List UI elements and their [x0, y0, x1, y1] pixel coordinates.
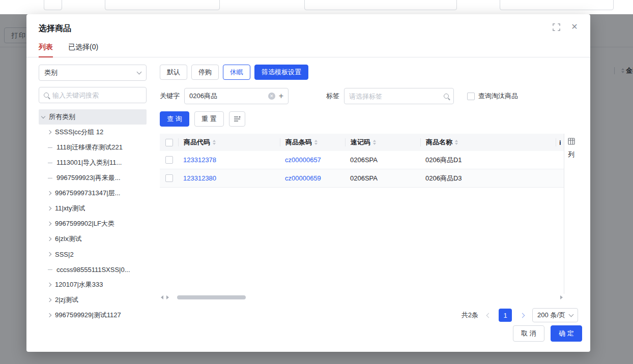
- bg-form-field-3[interactable]: [500, 0, 614, 10]
- tree-item[interactable]: SSS|2: [39, 247, 147, 262]
- tree-item[interactable]: 9967599923|再来最...: [39, 170, 147, 186]
- bg-form-field-2[interactable]: [304, 0, 457, 10]
- product-code-link[interactable]: 123312380: [183, 174, 216, 182]
- table-row[interactable]: 123312378 cz00000657 0206SPA 0206商品D1: [160, 151, 564, 169]
- confirm-button[interactable]: 确 定: [551, 325, 582, 342]
- prev-page-icon[interactable]: [483, 309, 494, 322]
- chevron-right-icon[interactable]: [47, 206, 51, 210]
- fullscreen-icon[interactable]: [552, 22, 561, 32]
- category-sidebar: 类别 所有类别 SSSS|cc分组 12: [39, 65, 147, 322]
- obsolete-checkbox-wrap: 查询淘汰商品: [467, 92, 518, 101]
- tag-input[interactable]: [349, 93, 440, 100]
- col-header-mnemonic[interactable]: 速记码: [345, 138, 420, 146]
- scrollbar-thumb[interactable]: [177, 295, 246, 299]
- close-icon[interactable]: ✕: [570, 22, 579, 32]
- tree-item-label: 120107|水果333: [55, 280, 103, 289]
- tree-item[interactable]: SSSS|cc分组 12: [39, 125, 147, 140]
- table-row[interactable]: 123312380 cz00000659 0206SPA 0206商品D3: [160, 169, 564, 188]
- obsolete-checkbox[interactable]: [467, 93, 475, 100]
- chevron-right-icon[interactable]: [47, 283, 51, 287]
- tree-item[interactable]: 120107|水果333: [39, 277, 147, 292]
- chevron-right-icon[interactable]: [47, 191, 51, 195]
- col-header-label: 商品条码: [285, 138, 312, 146]
- tree-item[interactable]: 9967599902|LF大类: [39, 216, 147, 231]
- search-icon[interactable]: [444, 94, 449, 99]
- modal-header: 选择商品 ✕: [26, 14, 590, 37]
- cancel-button[interactable]: 取 消: [513, 325, 544, 342]
- sort-icon[interactable]: [213, 140, 216, 145]
- tab-list[interactable]: 列表: [39, 43, 53, 57]
- tree-item[interactable]: 1113001|导入类别11...: [39, 155, 147, 170]
- screen: 打印 金额 选择商品 ✕ 列表 已选择(0): [0, 0, 633, 364]
- scroll-right-icon[interactable]: [560, 295, 563, 299]
- row-checkbox[interactable]: [165, 174, 173, 182]
- preset-default-button[interactable]: 默认: [160, 65, 187, 80]
- category-search-input[interactable]: [52, 92, 141, 99]
- product-code-link[interactable]: 123312378: [183, 156, 216, 164]
- add-keyword-icon[interactable]: +: [279, 92, 283, 100]
- bg-form-field-1[interactable]: [105, 0, 220, 10]
- query-button[interactable]: 查 询: [160, 111, 189, 127]
- next-page-icon[interactable]: [517, 309, 527, 322]
- chevron-right-icon[interactable]: [47, 222, 51, 226]
- col-header-label: 商品名称: [426, 138, 452, 146]
- tag-input-box: [344, 88, 454, 104]
- chevron-right-icon[interactable]: [47, 313, 51, 317]
- page-size-select[interactable]: 200 条/页: [532, 308, 578, 322]
- tree-item-label: 6|zlx测试: [55, 234, 82, 244]
- pagination: 共2条 1 200 条/页: [160, 308, 578, 322]
- mnemonic-code: 0206SPA: [350, 174, 378, 182]
- col-header-name[interactable]: 商品名称: [420, 138, 556, 146]
- tree-item[interactable]: cccss98555111SXSS|0...: [39, 262, 147, 277]
- category-type-select[interactable]: 类别: [39, 65, 147, 81]
- tree-item[interactable]: 9967599929|测试1127: [39, 308, 147, 322]
- reset-button[interactable]: 重 置: [194, 111, 224, 127]
- sort-icon[interactable]: [455, 140, 458, 145]
- product-barcode-link[interactable]: cz00000657: [285, 156, 321, 164]
- current-page[interactable]: 1: [499, 309, 512, 322]
- chevron-right-icon[interactable]: [47, 298, 51, 302]
- preset-dormant-button[interactable]: 休眠: [223, 65, 250, 80]
- scroll-step-icon[interactable]: [166, 295, 169, 299]
- tag-label: 标签: [326, 92, 339, 101]
- tree-item-all-categories[interactable]: 所有类别: [39, 109, 147, 125]
- bg-toolbar-button[interactable]: [44, 0, 62, 10]
- mnemonic-code: 0206SPA: [350, 156, 378, 164]
- keyword-input[interactable]: [189, 93, 265, 100]
- column-settings-panel[interactable]: 列: [564, 134, 578, 294]
- tree-item-label: 1113001|导入类别11...: [56, 158, 122, 167]
- product-name: 0206商品D3: [425, 174, 462, 183]
- keyword-label: 关键字: [160, 92, 180, 101]
- tree-item[interactable]: 11|xty测试: [39, 201, 147, 216]
- chevron-right-icon[interactable]: [47, 237, 51, 241]
- select-all-checkbox[interactable]: [165, 139, 173, 146]
- sort-icon[interactable]: [373, 140, 376, 145]
- clear-icon[interactable]: ✕: [268, 93, 275, 100]
- row-checkbox[interactable]: [165, 156, 173, 164]
- col-header-code[interactable]: 商品代码: [178, 138, 280, 146]
- chevron-right-icon[interactable]: [47, 130, 51, 134]
- preset-stop-purchase-button[interactable]: 停购: [191, 65, 219, 80]
- product-name: 0206商品D1: [425, 156, 462, 165]
- product-list-panel: 默认 停购 休眠 筛选模板设置 关键字 ✕ + 标签: [160, 65, 578, 322]
- scrollbar-track[interactable]: [172, 295, 557, 299]
- tree-item[interactable]: 99675999731347|层...: [39, 186, 147, 201]
- tree-item[interactable]: 6|zlx测试: [39, 231, 147, 247]
- tree-item-label: 11|xty测试: [55, 204, 85, 213]
- tree-item-label: 99675999731347|层...: [55, 189, 120, 198]
- column-panel-label: 列: [568, 150, 574, 159]
- sort-icon[interactable]: [314, 140, 318, 145]
- select-product-modal: 选择商品 ✕ 列表 已选择(0) 类别: [26, 14, 590, 352]
- chevron-right-icon[interactable]: [47, 252, 51, 256]
- tab-selected[interactable]: 已选择(0): [68, 43, 98, 57]
- chevron-down-icon[interactable]: [41, 114, 45, 118]
- scroll-left-icon[interactable]: [161, 295, 163, 299]
- tree-item[interactable]: 2|zj测试: [39, 292, 147, 308]
- horizontal-scrollbar[interactable]: [160, 294, 564, 301]
- col-header-barcode[interactable]: 商品条码: [280, 138, 345, 146]
- tree-item[interactable]: 1118|迁移缓存测试221: [39, 140, 147, 155]
- product-barcode-link[interactable]: cz00000659: [285, 174, 321, 182]
- tree-item-label: 9967599929|测试1127: [55, 311, 121, 320]
- filter-scheme-icon-button[interactable]: [229, 111, 245, 127]
- filter-template-settings-button[interactable]: 筛选模板设置: [254, 65, 308, 80]
